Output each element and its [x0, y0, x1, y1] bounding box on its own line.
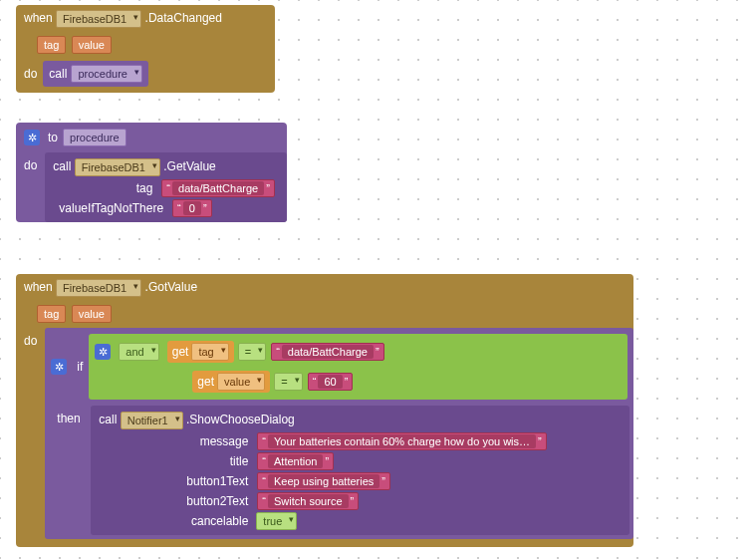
component-dropdown[interactable]: Notifier1	[121, 412, 183, 429]
string-value: 0	[183, 201, 201, 215]
gear-icon[interactable]: ✲	[51, 359, 67, 375]
event-name: .DataChanged	[145, 11, 222, 25]
when-keyword: when	[24, 280, 53, 294]
param-value: value	[72, 305, 112, 323]
procedure-definition-block[interactable]: ✲ to procedure do call FirebaseDB1 .GetV…	[16, 123, 287, 222]
call-getvalue-block[interactable]: call FirebaseDB1 .GetValue tag “data/Bat…	[45, 152, 287, 222]
string-literal[interactable]: “data/BattCharge”	[161, 179, 274, 197]
event-block-data-changed[interactable]: when FirebaseDB1 .DataChanged tag value …	[16, 5, 275, 93]
event-block-got-value[interactable]: when FirebaseDB1 .GotValue tag value do …	[16, 274, 633, 547]
slot-label-cancelable: cancelable	[97, 511, 256, 531]
compare-op-dropdown[interactable]: =	[238, 343, 266, 361]
slot-label-title: title	[97, 451, 256, 471]
if-block[interactable]: ✲ if ✲ and get tag = “data/BattCharge”	[45, 328, 633, 539]
string-value: 60	[318, 375, 342, 389]
gear-icon[interactable]: ✲	[24, 130, 40, 145]
string-literal[interactable]: “Attention”	[257, 452, 334, 470]
do-keyword: do	[16, 328, 45, 539]
string-value: Switch source	[268, 494, 348, 508]
string-value: Your batteries contain 60% charge how do…	[268, 434, 536, 448]
call-keyword: call	[53, 159, 71, 173]
param-tag: tag	[37, 305, 66, 323]
get-keyword: get	[197, 375, 214, 389]
param-tag: tag	[37, 36, 66, 54]
slot-label-message: message	[97, 431, 256, 451]
component-dropdown[interactable]: FirebaseDB1	[75, 158, 160, 176]
boolean-dropdown[interactable]: true	[256, 512, 297, 530]
get-keyword: get	[172, 345, 189, 359]
string-value: Attention	[268, 454, 323, 468]
var-dropdown[interactable]: tag	[191, 343, 228, 361]
var-dropdown[interactable]: value	[217, 373, 265, 391]
string-value: data/BattCharge	[282, 345, 374, 359]
component-dropdown[interactable]: FirebaseDB1	[56, 10, 141, 28]
and-block[interactable]: ✲ and get tag = “data/BattCharge”	[89, 334, 628, 400]
to-keyword: to	[48, 131, 58, 144]
get-var-block[interactable]: get value	[192, 371, 270, 393]
method-name: .GetValue	[163, 159, 215, 173]
when-keyword: when	[24, 11, 53, 25]
slot-label-tag: tag	[51, 178, 160, 198]
call-keyword: call	[99, 413, 117, 426]
then-keyword: then	[49, 406, 91, 535]
string-literal[interactable]: “Keep using batteries”	[257, 472, 390, 490]
string-value: data/BattCharge	[172, 181, 264, 195]
string-literal[interactable]: “data/BattCharge”	[271, 343, 383, 361]
method-name: .ShowChooseDialog	[186, 413, 295, 426]
equals-block[interactable]: get value = “60”	[188, 369, 358, 395]
string-literal[interactable]: “Your batteries contain 60% charge how d…	[257, 432, 546, 450]
string-literal[interactable]: “0”	[172, 199, 211, 217]
slot-label-default: valueIfTagNotThere	[51, 198, 171, 218]
procedure-name[interactable]: procedure	[63, 129, 126, 146]
component-dropdown[interactable]: FirebaseDB1	[56, 279, 141, 297]
string-value: Keep using batteries	[268, 474, 379, 488]
call-notifier-block[interactable]: call Notifier1 .ShowChooseDialog message…	[91, 406, 629, 535]
call-keyword: call	[49, 67, 67, 81]
logic-op-dropdown[interactable]: and	[119, 343, 158, 361]
do-keyword: do	[16, 152, 45, 222]
string-literal[interactable]: “Switch source”	[257, 492, 359, 510]
compare-op-dropdown[interactable]: =	[274, 373, 302, 391]
slot-label-button2: button2Text	[97, 491, 256, 511]
string-literal[interactable]: “60”	[308, 373, 354, 391]
param-value: value	[72, 36, 112, 54]
slot-label-button1: button1Text	[97, 471, 256, 491]
if-keyword: if	[77, 360, 83, 374]
procedure-dropdown[interactable]: procedure	[71, 65, 142, 83]
call-procedure-block[interactable]: call procedure	[43, 61, 148, 87]
gear-icon[interactable]: ✲	[95, 344, 111, 360]
equals-block[interactable]: get tag = “data/BattCharge”	[163, 339, 389, 365]
get-var-block[interactable]: get tag	[167, 341, 234, 363]
event-name: .GotValue	[145, 280, 197, 294]
do-keyword: do	[24, 67, 37, 81]
